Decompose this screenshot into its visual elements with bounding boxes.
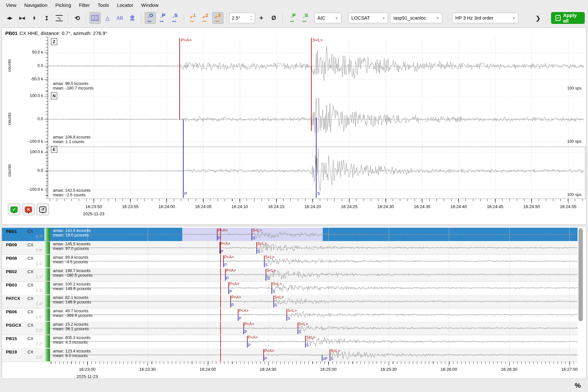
menu-tools[interactable]: Tools (94, 1, 113, 9)
row-trace-area[interactable]: P<A>PS<L>Samax: 198.7 kcountsmean: -160.… (50, 268, 578, 281)
row-trace-area[interactable]: P<A>PS<L>Samax: 145.5 kcountsmean: 97.0 … (50, 241, 578, 254)
s-auto-pick-line[interactable] (273, 296, 274, 301)
p-auto-pick-line[interactable] (220, 242, 220, 248)
s-manual-pick-line[interactable] (264, 261, 265, 267)
p-auto-pick-line[interactable] (243, 322, 244, 328)
uncertainty-3-icon[interactable]: ↙3 (212, 12, 223, 24)
picker-algorithm-dropdown[interactable]: AIC∨ (314, 13, 341, 23)
collapse-horizontal-icon[interactable]: ▶◀ (16, 12, 27, 24)
locator-dropdown[interactable]: LOCSAT∨ (348, 13, 388, 23)
pick-other-mode-icon[interactable]: ↓O (145, 12, 156, 24)
p-auto-pick-line[interactable] (228, 282, 229, 288)
s-auto-pick-line[interactable] (264, 255, 265, 261)
hourglass-icon[interactable]: ▼▲ (41, 12, 52, 24)
ruler-tool-icon[interactable] (90, 12, 101, 24)
station-row-PB03[interactable]: PB03CX1.3°P<A>PS<L>Samax: 100.2 kcountsm… (2, 281, 578, 295)
s-auto-pick-line[interactable] (266, 269, 266, 274)
angle-spinbox[interactable]: 2.5° ⌃⌄ (229, 13, 255, 23)
menu-navigation[interactable]: Navigation (20, 1, 51, 9)
p-manual-pick-line[interactable] (220, 248, 220, 254)
confirm-pick-button[interactable]: ✓▼ (8, 204, 20, 215)
reject-pick-button[interactable]: ✕▼ (22, 204, 35, 215)
s-manual-pick-line[interactable] (330, 355, 330, 361)
station-row-PB02[interactable]: PB02CX1.1°P<A>PS<L>Samax: 198.7 kcountsm… (2, 268, 578, 282)
p-auto-pick-line[interactable] (179, 38, 180, 120)
station-row-PATCX[interactable]: PATCXCX1.4°P<A>PS<L>Samax: 82.1 kcountsm… (2, 295, 578, 308)
p-manual-pick-line[interactable] (243, 328, 244, 334)
p-manual-pick-line[interactable] (223, 261, 224, 267)
row-trace-area[interactable]: P<A>PS<L>Samax: 100.2 kcountsmean: 149.6… (50, 281, 578, 295)
row-trace-area[interactable]: P<A>PS<L>Samax: 82.1 kcountsmean: 146.9 … (50, 295, 578, 308)
row-trace-area[interactable]: P<A>PS<L>Samax: 49.7 kcountsmean: -369.8… (50, 308, 578, 321)
p-manual-pick-line[interactable] (225, 275, 226, 281)
station-row-PB19[interactable]: PB19CX2.8°P<A>PsPS<L>Samax: 123.4 kcount… (2, 348, 578, 362)
p-manual-pick-line[interactable] (228, 288, 229, 294)
goto-p-pick-icon[interactable]: ↓P (287, 12, 299, 24)
s-manual-pick-line[interactable] (273, 302, 274, 307)
p-auto-pick-line[interactable] (238, 309, 238, 315)
triangle-tool-icon[interactable]: △ (102, 12, 113, 24)
vertical-scrollbar[interactable] (579, 228, 583, 321)
menu-filter[interactable]: Filter (75, 1, 94, 9)
add-icon[interactable]: + (256, 12, 267, 24)
toolbar-overflow-chevron[interactable]: ❯ (532, 12, 544, 24)
row-trace-area[interactable]: P<A>PS<L>Samax: 805.3 kcountsmean: 4.3 m… (50, 335, 578, 348)
row-trace-area[interactable]: P<A>PsPS<L>Samax: 123.4 kcountsmean: 6.0… (50, 348, 578, 362)
p-manual-pick-line[interactable] (263, 355, 264, 361)
s-auto-pick-line[interactable] (298, 322, 298, 328)
p-auto-pick-line[interactable] (230, 296, 231, 301)
rotate-lock-icon[interactable]: ⟲▪ (72, 12, 83, 24)
p-auto-pick-line[interactable] (223, 255, 224, 261)
s-manual-pick-line[interactable] (252, 235, 252, 240)
p-manual-pick-line[interactable] (238, 315, 238, 321)
s-auto-pick-line[interactable] (256, 242, 257, 248)
uncertainty-1-icon[interactable]: ↙1 (188, 12, 199, 24)
menu-locator[interactable]: Locator (113, 1, 137, 9)
s-manual-pick-line[interactable] (286, 315, 287, 321)
pick-s-mode-icon[interactable]: ↓S (170, 12, 181, 24)
s-auto-pick-line[interactable] (305, 336, 306, 341)
ab-amplitude-icon[interactable]: AB (114, 12, 125, 24)
station-row-PB06[interactable]: PB06CX1.8°P<A>PS<L>Samax: 49.7 kcountsme… (2, 308, 578, 322)
station-row-PB09[interactable]: PB09CX0.8°P<A>PS<L>Samax: 145.5 kcountsm… (2, 241, 578, 255)
undo-pick-button[interactable]: ↺▼ (37, 204, 49, 215)
s-manual-pick-line[interactable] (316, 118, 317, 198)
expand-horizontal-icon[interactable]: ◀▶ (4, 12, 15, 24)
menu-picking[interactable]: Picking (51, 1, 75, 9)
waveform-limits-icon[interactable]: ∿ (54, 12, 65, 24)
station-row-PB15[interactable]: PB15CX2.2°P<A>PS<L>Samax: 805.3 kcountsm… (2, 335, 578, 349)
p-auto-pick-line[interactable] (217, 229, 218, 234)
p-manual-pick-line[interactable] (217, 235, 218, 240)
row-trace-area[interactable]: P<A>PS<L>Samax: 89.8 kcountsmean: -4.5 µ… (50, 254, 578, 268)
uncertainty-2-icon[interactable]: ↙2 (200, 12, 211, 24)
s-auto-pick-line[interactable] (311, 38, 312, 131)
s-auto-pick-line[interactable] (252, 229, 252, 234)
hide-traces-icon[interactable]: Ø (268, 12, 279, 24)
station-row-PB01[interactable]: PB01CX0.7°P<A>PS<L>Samax: 142.5 kcountsm… (2, 228, 578, 241)
menu-window[interactable]: Window (137, 1, 162, 9)
p-manual-pick-line[interactable] (247, 342, 248, 348)
p-manual-pick-line[interactable] (230, 302, 231, 307)
sp-pick-line[interactable] (322, 355, 322, 361)
p-auto-pick-line[interactable] (225, 269, 226, 274)
station-row-PSGCX[interactable]: PSGCXCX2.0°P<A>PS<L>Samax: 15.2 kcountsm… (2, 321, 578, 335)
s-auto-pick-line[interactable] (286, 309, 287, 315)
p-manual-pick-line[interactable] (183, 120, 184, 198)
graduation-cap-icon[interactable] (127, 12, 138, 24)
row-trace-area[interactable]: P<A>PS<L>Samax: 15.2 kcountsmean: 36.1 µ… (50, 321, 578, 335)
s-manual-pick-line[interactable] (305, 342, 306, 348)
p-auto-pick-line[interactable] (247, 336, 248, 341)
row-trace-area[interactable]: P<A>PS<L>Samax: 142.5 kcountsmean: 19.0 … (50, 228, 578, 241)
goto-s-pick-icon[interactable]: ↓S (300, 12, 311, 24)
s-manual-pick-line[interactable] (271, 288, 272, 294)
s-auto-pick-line[interactable] (330, 349, 330, 355)
station-row-PB08[interactable]: PB08CX1.1°P<A>PS<L>Samax: 89.8 kcountsme… (2, 254, 578, 268)
s-manual-pick-line[interactable] (256, 248, 257, 254)
filter-dropdown[interactable]: HP 3 Hz 3rd order∨ (452, 13, 518, 23)
pick-p-mode-icon[interactable]: ↓P (157, 12, 168, 24)
spinbox-arrows-icon[interactable]: ⌃⌄ (250, 16, 253, 20)
p-auto-pick-line[interactable] (263, 349, 264, 355)
menu-view[interactable]: View (2, 1, 20, 9)
s-auto-pick-line[interactable] (271, 282, 272, 288)
apply-all-button[interactable]: ✓ Apply all (551, 12, 585, 24)
